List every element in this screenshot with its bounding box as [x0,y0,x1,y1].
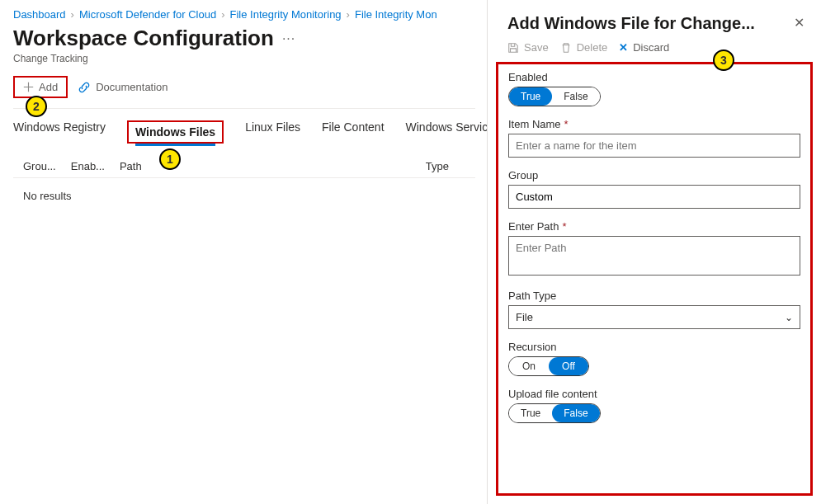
tab-windows-services[interactable]: Windows Services [406,120,500,144]
panel-toolbar: Save Delete ✕ Discard [488,38,821,62]
tab-linux-files[interactable]: Linux Files [245,120,300,144]
save-label: Save [524,41,549,54]
more-actions-icon[interactable]: ··· [282,31,295,46]
breadcrumb-item[interactable]: Dashboard [13,8,66,21]
breadcrumb-item[interactable]: Microsoft Defender for Cloud [79,8,216,21]
close-icon: ✕ [619,41,628,54]
item-name-input[interactable] [508,134,800,158]
chevron-right-icon: › [347,8,350,21]
column-group[interactable]: Grou... [23,160,56,172]
breadcrumb-item[interactable]: File Integrity Mon [355,8,437,21]
path-type-select[interactable]: File ⌄ [508,305,800,329]
chevron-right-icon: › [221,8,224,21]
documentation-label: Documentation [96,81,168,93]
discard-label: Discard [633,41,669,54]
enter-path-input[interactable] [508,236,800,276]
side-panel: Add Windows File for Change... ✕ Save De… [487,0,821,504]
recursion-off[interactable]: Off [549,357,588,375]
annotation-highlight: Windows Files [127,120,224,144]
documentation-link[interactable]: Documentation [78,81,168,94]
column-enabled[interactable]: Enab... [71,160,105,172]
enabled-label: Enabled [508,71,800,83]
tab-windows-registry[interactable]: Windows Registry [13,120,106,144]
column-path[interactable]: Path [120,160,142,172]
enter-path-label: Enter Path* [508,220,800,233]
chevron-right-icon: › [71,8,74,21]
recursion-on[interactable]: On [509,357,549,375]
path-type-value: File [516,311,533,323]
add-button[interactable]: Add [13,76,68,98]
recursion-toggle[interactable]: On Off [508,356,589,376]
divider [13,108,475,109]
annotation-badge-1: 1 [159,148,181,170]
group-label: Group [508,169,800,181]
upload-false[interactable]: False [552,404,599,422]
tab-windows-files[interactable]: Windows Files [135,125,215,146]
delete-button[interactable]: Delete [560,41,608,54]
link-icon [78,81,91,94]
upload-toggle[interactable]: True False [508,403,601,423]
upload-true[interactable]: True [509,404,552,422]
annotation-badge-2: 2 [26,96,47,117]
trash-icon [560,42,572,54]
breadcrumb-item[interactable]: File Integrity Monitoring [229,8,341,21]
close-icon[interactable]: ✕ [792,13,806,32]
tab-file-content[interactable]: File Content [322,120,384,144]
enabled-toggle[interactable]: True False [508,87,601,106]
delete-label: Delete [577,41,608,54]
save-icon [507,42,519,54]
enabled-false[interactable]: False [552,87,599,106]
chevron-down-icon: ⌄ [785,312,793,323]
add-label: Add [39,81,58,93]
group-input[interactable] [508,185,800,209]
panel-body: Enabled True False Item Name* Group Ente… [496,62,813,496]
save-button[interactable]: Save [507,41,549,54]
discard-button[interactable]: ✕ Discard [619,41,669,54]
plus-icon [23,82,34,92]
panel-title: Add Windows File for Change... [507,13,755,33]
recursion-label: Recursion [508,341,800,353]
enabled-true[interactable]: True [509,87,552,106]
page-title: Workspace Configuration [13,26,274,51]
column-type[interactable]: Type [426,160,465,172]
path-type-label: Path Type [508,290,800,302]
upload-label: Upload file content [508,388,800,400]
annotation-badge-3: 3 [713,49,734,71]
table-header: Grou... Enab... Path Type [13,160,475,172]
item-name-label: Item Name* [508,118,800,130]
